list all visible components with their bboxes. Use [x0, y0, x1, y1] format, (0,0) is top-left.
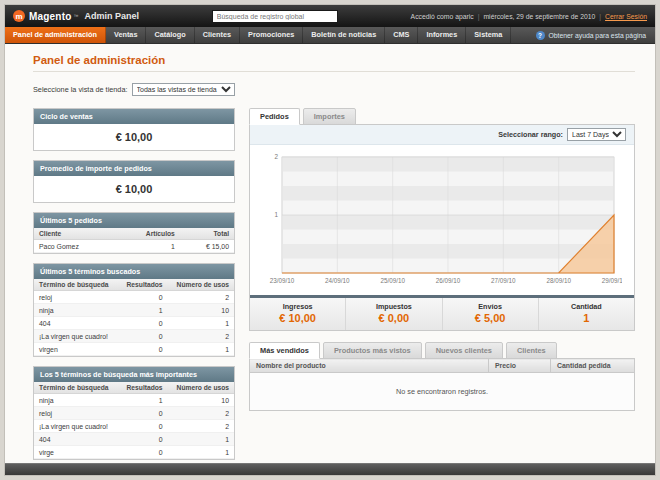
products-table: Nombre del productoPrecioCantidad pedida…: [249, 358, 635, 411]
table-row[interactable]: 40401: [34, 433, 234, 446]
store-view-select[interactable]: Todas las vistas de tienda: [132, 83, 235, 96]
tab-importes[interactable]: Importes: [303, 108, 356, 125]
tab-productos-mas-vistos[interactable]: Productos más vistos: [323, 342, 422, 359]
user-info: Accedió como aparic | miércoles, 29 de s…: [411, 13, 647, 20]
nav-item-boletin-de-noticias[interactable]: Boletín de noticias: [303, 27, 385, 43]
main-nav-list: Panel de administraciónVentasCatálogoCli…: [5, 27, 511, 43]
top-search-terms-table: Término de búsquedaResultadosNúmero de u…: [34, 382, 234, 459]
table-cell: 0: [119, 433, 168, 446]
separator: |: [599, 13, 601, 20]
column-header: Total: [180, 228, 234, 240]
title-divider: [33, 71, 635, 72]
table-row[interactable]: ¡La virgen que cuadro!02: [34, 420, 234, 433]
table-cell: ninja: [34, 304, 119, 317]
table-row[interactable]: reloj02: [34, 407, 234, 420]
orders-tabs: PedidosImportes: [249, 108, 635, 125]
table-cell: 404: [34, 433, 119, 446]
magento-admin-window: m Magento ™ Admin Panel Accedió como apa…: [4, 4, 656, 476]
box-title: Últimos 5 términos buscados: [34, 264, 234, 279]
table-cell: 0: [119, 330, 168, 343]
table-cell: 1: [119, 394, 168, 407]
table-cell: reloj: [34, 291, 119, 304]
table-row[interactable]: Paco Gomez1€ 15,00: [34, 240, 234, 253]
nav-item-catalogo[interactable]: Catálogo: [146, 27, 194, 43]
nav-item-sistema[interactable]: Sistema: [466, 27, 511, 43]
svg-text:2: 2: [274, 153, 278, 160]
page-help-link[interactable]: ? Obtener ayuda para esta página: [527, 27, 656, 43]
table-cell: 1: [168, 433, 234, 446]
dashboard-right-column: PedidosImportes Seleccionar rango: Last …: [249, 108, 635, 411]
tab-clientes[interactable]: Clientes: [506, 342, 557, 359]
last-search-terms-box: Últimos 5 términos buscados Término de b…: [33, 263, 235, 357]
table-row[interactable]: reloj02: [34, 291, 234, 304]
table-row[interactable]: ninja110: [34, 304, 234, 317]
store-view-label: Seleccione la vista de tienda:: [33, 85, 128, 94]
header-row: Nombre del productoPrecioCantidad pedida: [250, 359, 635, 373]
table-row[interactable]: virge01: [34, 446, 234, 459]
table-row[interactable]: ¡La virgen que cuadro!02: [34, 330, 234, 343]
nav-item-cms[interactable]: CMS: [385, 27, 418, 43]
nav-item-promociones[interactable]: Promociones: [240, 27, 303, 43]
average-orders-box: Promedio de importe de pedidos € 10,00: [33, 160, 235, 203]
svg-text:m: m: [15, 12, 22, 21]
column-header: Precio: [489, 359, 551, 373]
tab-nuevos-clientes[interactable]: Nuevos clientes: [425, 342, 503, 359]
svg-text:26/09/10: 26/09/10: [436, 277, 461, 284]
total-label: Envíos: [443, 302, 538, 311]
global-search-input[interactable]: [212, 10, 338, 23]
last-search-terms-table: Término de búsquedaResultadosNúmero de u…: [34, 279, 234, 356]
svg-text:1: 1: [274, 211, 278, 218]
table-cell: 2: [168, 291, 234, 304]
table-cell: 2: [168, 407, 234, 420]
range-select[interactable]: Last 7 Days: [567, 128, 626, 141]
nav-item-panel-de-administracion[interactable]: Panel de administración: [5, 27, 106, 43]
svg-text:24/09/10: 24/09/10: [325, 277, 350, 284]
table-cell: Paco Gomez: [34, 240, 116, 253]
tab-pedidos[interactable]: Pedidos: [249, 108, 300, 125]
logout-link[interactable]: Cerrar Sesión: [605, 13, 647, 20]
nav-item-informes[interactable]: Informes: [418, 27, 466, 43]
box-title: Promedio de importe de pedidos: [34, 161, 234, 176]
products-tabs: Más vendidosProductos más vistosNuevos c…: [249, 342, 635, 359]
table-cell: 1: [168, 343, 234, 356]
table-row[interactable]: 40401: [34, 317, 234, 330]
dashboard: Ciclo de ventas € 10,00 Promedio de impo…: [33, 108, 635, 460]
magento-logo-icon: m: [13, 10, 25, 22]
help-label: Obtener ayuda para esta página: [549, 32, 647, 39]
average-orders-value: € 10,00: [34, 176, 234, 202]
tab-mas-vendidos[interactable]: Más vendidos: [249, 342, 320, 359]
svg-text:23/09/10: 23/09/10: [270, 277, 295, 284]
table-cell: ¡La virgen que cuadro!: [34, 420, 119, 433]
header-row: ClienteArtículosTotal: [34, 228, 234, 240]
total-cantidad: Cantidad1: [538, 298, 634, 330]
column-header: Término de búsqueda: [34, 382, 119, 394]
dashboard-left-column: Ciclo de ventas € 10,00 Promedio de impo…: [33, 108, 235, 460]
table-cell: 404: [34, 317, 119, 330]
table-row[interactable]: ninja110: [34, 394, 234, 407]
table-cell: 10: [168, 304, 234, 317]
svg-text:28/09/10: 28/09/10: [546, 277, 571, 284]
box-title: Ciclo de ventas: [34, 109, 234, 124]
orders-chart-svg: 23/09/1024/09/1025/09/1026/09/1027/09/10…: [262, 151, 622, 293]
svg-text:25/09/10: 25/09/10: [380, 277, 405, 284]
table-row[interactable]: virgen01: [34, 343, 234, 356]
table-cell: reloj: [34, 407, 119, 420]
column-header: Término de búsqueda: [34, 279, 119, 291]
logo-text: Magento: [29, 11, 72, 22]
empty-message: No se encontraron registros.: [250, 373, 635, 411]
last-orders-table: ClienteArtículosTotalPaco Gomez1€ 15,00: [34, 228, 234, 253]
total-value: € 10,00: [279, 312, 316, 324]
nav-item-ventas[interactable]: Ventas: [106, 27, 147, 43]
table-cell: 0: [119, 291, 168, 304]
magento-logo[interactable]: m Magento ™ Admin Panel: [13, 10, 139, 22]
page-title: Panel de administración: [33, 54, 635, 66]
nav-item-clientes[interactable]: Clientes: [195, 27, 240, 43]
help-icon: ?: [536, 31, 545, 40]
logged-in-as: Accedió como aparic: [411, 13, 474, 20]
svg-text:29/09/10: 29/09/10: [602, 277, 622, 284]
top-header: m Magento ™ Admin Panel Accedió como apa…: [5, 5, 655, 27]
top-search-terms-box: Los 5 términos de búsqueda más important…: [33, 366, 235, 460]
table-cell: 0: [119, 420, 168, 433]
table-cell: € 15,00: [180, 240, 234, 253]
dashboard-content: Panel de administración Seleccione la vi…: [5, 44, 655, 463]
